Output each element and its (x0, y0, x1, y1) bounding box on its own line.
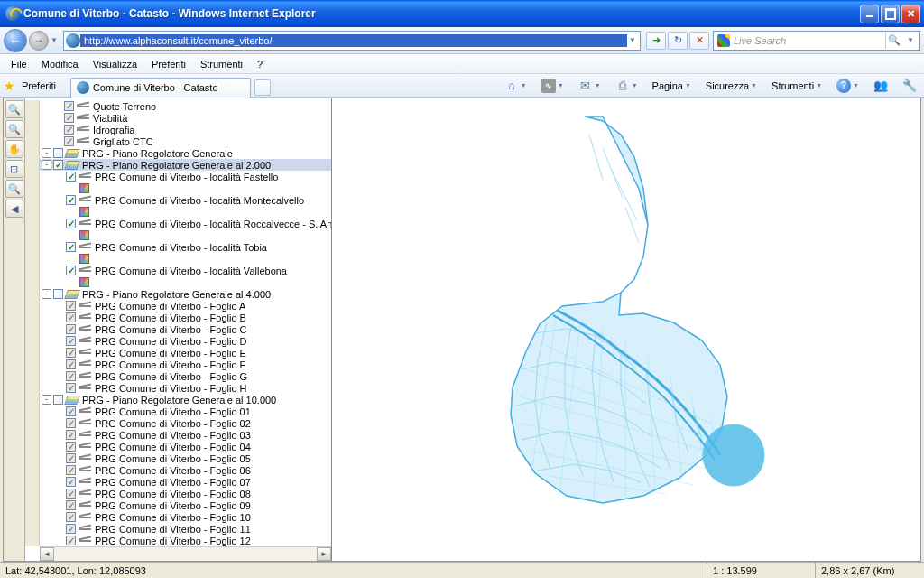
layer-checkbox[interactable] (66, 465, 76, 475)
maximize-button[interactable] (881, 5, 900, 23)
expander[interactable] (54, 312, 64, 322)
layer-checkbox[interactable] (66, 406, 76, 416)
layer-vscroll[interactable] (25, 100, 40, 546)
layer-checkbox[interactable] (66, 312, 76, 322)
layer-row[interactable]: -PRG - Piano Regolatore Generale al 2.00… (40, 159, 331, 171)
layer-checkbox[interactable] (66, 242, 76, 252)
layer-hscroll[interactable]: ◄ ► (40, 546, 331, 561)
layer-row[interactable]: PRG Comune di Viterbo - Foglio 08 (40, 488, 331, 499)
layer-checkbox[interactable] (66, 500, 76, 510)
layer-row[interactable]: PRG Comune di Viterbo - Foglio H (40, 382, 331, 394)
layer-row[interactable]: PRG Comune di Viterbo - Foglio E (40, 347, 331, 359)
search-button[interactable]: 🔍 (885, 33, 901, 49)
hscroll-right[interactable]: ► (317, 547, 331, 561)
layer-row[interactable] (40, 253, 331, 265)
expander[interactable] (54, 406, 64, 416)
layer-checkbox[interactable] (66, 512, 76, 522)
expander[interactable] (54, 524, 64, 534)
expander[interactable] (54, 172, 64, 182)
layer-checkbox[interactable] (64, 125, 74, 135)
favorites-star-icon[interactable]: ★ (4, 79, 18, 93)
mail-button[interactable]: ✉▼ (575, 77, 605, 95)
expander[interactable]: - (42, 289, 51, 299)
expander[interactable] (54, 301, 64, 311)
layer-checkbox[interactable] (64, 101, 74, 111)
layer-checkbox[interactable] (66, 324, 76, 334)
layer-checkbox[interactable] (66, 442, 76, 452)
expander[interactable] (54, 324, 64, 334)
layer-row[interactable]: PRG Comune di Viterbo - Foglio 06 (40, 464, 331, 476)
search-placeholder[interactable]: Live Search (734, 35, 882, 46)
layer-row[interactable]: PRG Comune di Viterbo - Foglio 01 (40, 406, 331, 417)
layer-row[interactable]: Grigliato CTC (40, 135, 331, 147)
layer-row[interactable]: PRG Comune di Viterbo - Foglio 04 (40, 441, 331, 452)
expander[interactable] (54, 359, 64, 369)
expander[interactable] (52, 136, 62, 146)
layer-checkbox[interactable] (66, 359, 76, 369)
layer-checkbox[interactable] (66, 371, 76, 381)
new-tab-button[interactable] (254, 79, 271, 96)
layer-row[interactable]: PRG Comune di Viterbo - località Roccalv… (40, 218, 331, 229)
layer-row[interactable]: Quote Terreno (40, 100, 331, 112)
expander[interactable] (54, 195, 64, 205)
tool-zoom-in[interactable]: 🔍 (5, 100, 23, 118)
expander[interactable] (54, 465, 64, 475)
layer-row[interactable]: PRG Comune di Viterbo - località Vallebo… (40, 265, 331, 276)
expander[interactable] (54, 348, 64, 358)
layer-checkbox[interactable] (66, 195, 76, 205)
layer-row[interactable]: PRG Comune di Viterbo - Foglio C (40, 323, 331, 335)
layer-checkbox[interactable] (66, 418, 76, 428)
layer-row[interactable]: PRG Comune di Viterbo - Foglio 05 (40, 452, 331, 464)
layer-checkbox[interactable] (66, 524, 76, 534)
layer-row[interactable] (40, 276, 331, 288)
layer-row[interactable]: PRG Comune di Viterbo - località Fastell… (40, 171, 331, 182)
print-button[interactable]: ⎙▼ (612, 77, 642, 95)
layer-row[interactable]: PRG Comune di Viterbo - Foglio 03 (40, 429, 331, 441)
expander[interactable] (54, 242, 64, 252)
back-button[interactable]: ← (4, 29, 27, 52)
expander[interactable] (54, 219, 64, 228)
layer-row[interactable]: PRG Comune di Viterbo - località Tobia (40, 241, 331, 253)
layer-row[interactable]: PRG Comune di Viterbo - Foglio G (40, 370, 331, 382)
layer-row[interactable]: Idrografia (40, 124, 331, 135)
expander[interactable]: - (42, 395, 51, 405)
layer-checkbox[interactable] (66, 172, 76, 182)
expander[interactable] (54, 383, 64, 393)
stop-button[interactable]: ✕ (689, 32, 709, 50)
map-canvas[interactable] (332, 98, 920, 561)
layer-row[interactable]: PRG Comune di Viterbo - Foglio 11 (40, 523, 331, 535)
expander[interactable] (54, 336, 64, 346)
layer-checkbox[interactable] (64, 113, 74, 123)
url-dropdown[interactable]: ▼ (627, 31, 638, 51)
layer-row[interactable]: -PRG - Piano Regolatore Generale al 10.0… (40, 394, 331, 406)
layer-checkbox[interactable] (53, 395, 63, 405)
tab-current[interactable]: Comune di Viterbo - Catasto (70, 78, 251, 98)
layer-checkbox[interactable] (66, 301, 76, 311)
search-dropdown[interactable]: ▼ (905, 31, 916, 51)
layer-row[interactable]: PRG Comune di Viterbo - Foglio 12 (40, 535, 331, 546)
layer-row[interactable]: PRG Comune di Viterbo - Foglio 07 (40, 476, 331, 488)
address-bar[interactable]: http://www.alphaconsult.it/comune_viterb… (63, 31, 641, 51)
sicurezza-menu[interactable]: Sicurezza ▼ (702, 79, 761, 93)
layer-checkbox[interactable] (66, 453, 76, 463)
close-button[interactable] (901, 5, 920, 23)
tool-prev-extent[interactable]: ◀ (5, 200, 23, 218)
expander[interactable] (54, 442, 64, 452)
layer-row[interactable]: Viabilità (40, 112, 331, 124)
forward-button[interactable]: → (29, 31, 49, 51)
expander[interactable] (54, 512, 64, 522)
layer-row[interactable]: -PRG - Piano Regolatore Generale (40, 147, 331, 159)
layer-row[interactable]: PRG Comune di Viterbo - Foglio D (40, 335, 331, 347)
layer-checkbox[interactable] (53, 289, 63, 299)
expander[interactable] (54, 266, 64, 275)
expander[interactable] (52, 101, 62, 111)
layer-row[interactable]: PRG Comune di Viterbo - Foglio A (40, 300, 331, 312)
hscroll-track[interactable] (54, 547, 317, 561)
go-button[interactable]: ➜ (646, 32, 666, 50)
layer-row[interactable]: PRG Comune di Viterbo - Foglio 02 (40, 417, 331, 429)
layer-row[interactable] (40, 229, 331, 241)
layer-checkbox[interactable] (64, 136, 74, 146)
layer-row[interactable]: PRG Comune di Viterbo - Foglio B (40, 312, 331, 323)
layer-row[interactable]: PRG Comune di Viterbo - Foglio 10 (40, 511, 331, 523)
favorites-label[interactable]: Preferiti (22, 80, 56, 91)
